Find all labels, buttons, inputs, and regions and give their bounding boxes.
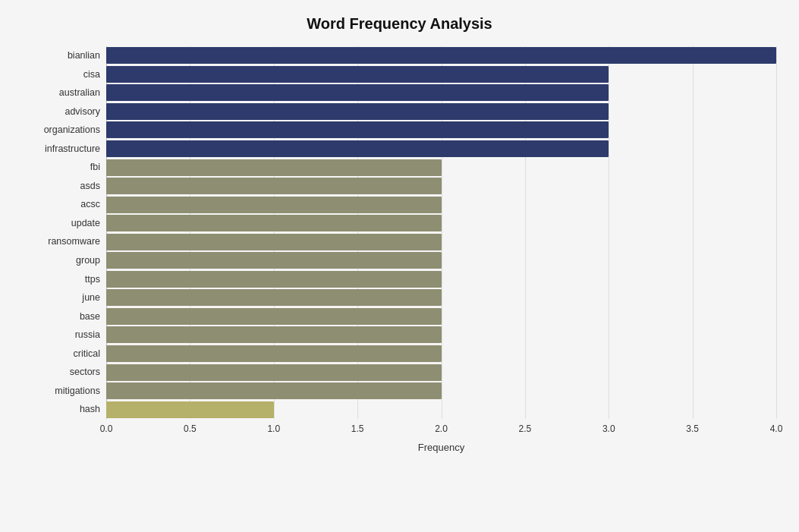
bar-row <box>106 83 776 102</box>
x-tick-label: 2.0 <box>435 423 448 434</box>
y-label-base: base <box>23 312 100 322</box>
bar-row <box>106 102 776 121</box>
y-axis-labels: bianliancisaaustralianadvisoryorganizati… <box>23 46 106 419</box>
y-label-russia: russia <box>23 330 100 340</box>
chart-title: Word Frequency Analysis <box>23 15 776 33</box>
bar-critical <box>106 345 442 362</box>
y-label-bianlian: bianlian <box>23 51 100 61</box>
bars-area <box>106 46 776 419</box>
bar-row <box>106 65 776 84</box>
y-label-sectors: sectors <box>23 367 100 377</box>
y-label-acsc: acsc <box>23 200 100 209</box>
bar-ransomware <box>106 234 442 250</box>
bar-organizations <box>106 121 609 138</box>
bar-row <box>106 345 776 364</box>
bar-russia <box>106 326 442 343</box>
bar-row <box>106 195 776 214</box>
y-label-fbi: fbi <box>23 162 100 172</box>
bar-mitigations <box>106 382 442 399</box>
x-tick-label: 0.0 <box>100 423 113 434</box>
bar-update <box>106 215 442 231</box>
bar-row <box>106 232 776 251</box>
y-label-advisory: advisory <box>23 107 100 117</box>
bar-sectors <box>106 364 442 381</box>
bar-row <box>106 400 776 419</box>
y-label-ransomware: ransomware <box>23 237 100 247</box>
bar-acsc <box>106 197 442 213</box>
y-label-ttps: ttps <box>23 275 100 285</box>
bar-fbi <box>106 159 442 176</box>
y-label-mitigations: mitigations <box>23 386 100 396</box>
bar-row <box>106 46 776 65</box>
bar-cisa <box>106 66 609 83</box>
x-tick-label: 1.5 <box>351 423 364 434</box>
bar-group <box>106 252 442 269</box>
bar-bianlian <box>106 47 776 64</box>
bar-june <box>106 289 442 306</box>
x-tick-label: 3.0 <box>602 423 615 434</box>
y-label-hash: hash <box>23 405 100 414</box>
y-label-australian: australian <box>23 88 100 98</box>
bar-australian <box>106 84 609 101</box>
bar-row <box>106 363 776 382</box>
bar-row <box>106 307 776 326</box>
x-tick-label: 4.0 <box>770 423 783 434</box>
x-tick-label: 0.5 <box>184 423 197 434</box>
bar-base <box>106 308 442 325</box>
bar-asds <box>106 178 442 194</box>
chart-container: Word Frequency Analysis bianliancisaaust… <box>0 0 799 532</box>
bar-row <box>106 382 776 401</box>
x-tick-label: 3.5 <box>686 423 699 434</box>
bar-row <box>106 326 776 345</box>
bar-hash <box>106 401 274 418</box>
y-label-critical: critical <box>23 349 100 359</box>
bar-row <box>106 288 776 307</box>
bar-infrastructure <box>106 140 609 157</box>
bar-row <box>106 158 776 177</box>
bar-row <box>106 270 776 289</box>
x-tick-label: 2.5 <box>519 423 532 434</box>
bar-row <box>106 251 776 270</box>
y-label-infrastructure: infrastructure <box>23 144 100 154</box>
x-axis-container: 0.00.51.01.52.02.53.03.54.0 Frequency <box>23 423 776 453</box>
bar-ttps <box>106 271 442 288</box>
y-label-asds: asds <box>23 181 100 191</box>
y-label-update: update <box>23 219 100 228</box>
bar-row <box>106 177 776 196</box>
y-label-june: june <box>23 293 100 303</box>
y-label-cisa: cisa <box>23 70 100 80</box>
bar-advisory <box>106 103 609 120</box>
x-tick-label: 1.0 <box>267 423 280 434</box>
y-label-group: group <box>23 256 100 266</box>
bar-row <box>106 140 776 159</box>
y-label-organizations: organizations <box>23 125 100 135</box>
x-axis-title: Frequency <box>106 442 776 453</box>
bar-row <box>106 214 776 233</box>
bar-row <box>106 121 776 140</box>
